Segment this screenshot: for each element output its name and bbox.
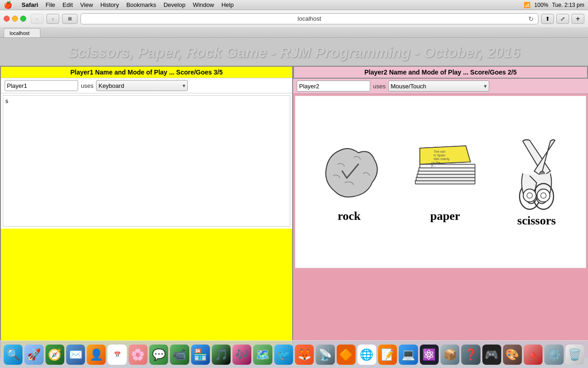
- tabbar: localhost: [0, 27, 588, 37]
- dock-finder[interactable]: 🔍: [4, 345, 23, 365]
- player1-uses-label: uses: [81, 82, 93, 89]
- tab-localhost[interactable]: localhost: [4, 28, 40, 37]
- scissors-label: scissors: [517, 214, 556, 228]
- rock-label: rock: [338, 209, 361, 223]
- menu-window[interactable]: Window: [193, 1, 214, 8]
- battery-indicator: 100%: [534, 2, 548, 8]
- dock-appstore[interactable]: 🏪: [191, 345, 210, 365]
- svg-text:in Spain: in Spain: [434, 154, 445, 157]
- svg-point-18: [537, 189, 550, 202]
- player2-name-input[interactable]: [297, 80, 370, 92]
- game-area: Β ś š 1 2 3 Player1 Name and Mode of Pla…: [0, 66, 588, 358]
- svg-text:The rain: The rain: [434, 150, 446, 153]
- menu-develop[interactable]: Develop: [164, 1, 186, 8]
- rock-icon: [317, 141, 381, 206]
- svg-point-16: [523, 189, 536, 202]
- maximize-button[interactable]: [20, 16, 26, 22]
- dock-trash[interactable]: 🗑️: [565, 345, 584, 365]
- dock-contacts[interactable]: 👤: [87, 345, 106, 365]
- dock-chrome[interactable]: 🌐: [357, 345, 376, 365]
- clock: Tue. 2:13 pm: [552, 2, 584, 8]
- dock-filezilla[interactable]: 📡: [316, 345, 334, 365]
- zoom-button[interactable]: ⤢: [556, 14, 569, 24]
- right-panel: Player2 Name and Mode of Play ... Score/…: [293, 66, 588, 358]
- dock-facetime[interactable]: 📹: [170, 345, 189, 365]
- paper-icon: The rain in Spain falls mainly on the p.…: [406, 141, 484, 206]
- dock-messages[interactable]: 💬: [149, 345, 168, 365]
- dock-vlc[interactable]: 🔶: [337, 345, 356, 365]
- share-button[interactable]: ⬆: [541, 14, 554, 24]
- menubar: 🍎 Safari File Edit View History Bookmark…: [0, 0, 588, 10]
- player1-mode-wrapper: Keyboard Mouse/Touch ▼: [96, 80, 188, 91]
- player1-game-textarea[interactable]: s: [3, 95, 290, 227]
- new-tab-button[interactable]: +: [571, 14, 584, 24]
- paper-label: paper: [430, 209, 460, 223]
- dock-sublime[interactable]: 📝: [378, 345, 397, 365]
- dock-twitter[interactable]: 🐦: [274, 345, 293, 365]
- dock-safari[interactable]: 🧭: [45, 345, 64, 365]
- traffic-lights: [4, 16, 26, 22]
- dock-unity[interactable]: 🎮: [482, 345, 501, 365]
- page: Scissors, Paper, Rock Game - RJM Program…: [0, 38, 588, 358]
- svg-rect-5: [420, 164, 475, 168]
- dock-atom[interactable]: ⚛️: [420, 345, 439, 365]
- dock-calendar[interactable]: 📅: [107, 345, 126, 365]
- toolbar: ‹ › ⊞ localhost ↻ ⬆ ⤢ +: [0, 10, 588, 27]
- apple-menu[interactable]: 🍎: [4, 1, 12, 9]
- player2-uses-label: uses: [373, 83, 385, 90]
- browser-chrome: ‹ › ⊞ localhost ↻ ⬆ ⤢ + localhost: [0, 10, 588, 38]
- player1-yellow-area: [1, 229, 292, 357]
- dock-maps[interactable]: 🗺️: [253, 345, 272, 365]
- dock-itunes[interactable]: 🎶: [232, 345, 251, 365]
- dock-agisoft[interactable]: 🔺: [524, 345, 543, 365]
- svg-text:p...: p...: [431, 164, 436, 167]
- reload-button[interactable]: ↻: [526, 14, 536, 24]
- page-title: Scissors, Paper, Rock Game - RJM Program…: [0, 38, 588, 66]
- menu-history[interactable]: History: [100, 1, 119, 8]
- menu-edit[interactable]: Edit: [62, 1, 73, 8]
- menu-safari[interactable]: Safari: [22, 1, 38, 8]
- dock-firefox[interactable]: 🦊: [295, 345, 314, 365]
- player1-mode-select[interactable]: Keyboard Mouse/Touch: [96, 80, 188, 91]
- player2-mode-select[interactable]: Keyboard Mouse/Touch: [388, 80, 489, 92]
- close-button[interactable]: [4, 16, 10, 22]
- dock-virtualbox[interactable]: 📦: [441, 345, 459, 365]
- player2-game-area: rock T: [295, 96, 586, 268]
- forward-button[interactable]: ›: [46, 14, 59, 24]
- player1-header: Player1 Name and Mode of Play ... Score/…: [1, 67, 292, 78]
- dock-photos[interactable]: 🌸: [129, 345, 147, 365]
- dock-help[interactable]: ❓: [461, 345, 480, 365]
- minimize-button[interactable]: [12, 16, 18, 22]
- player1-name-input[interactable]: [5, 80, 78, 91]
- scissors-choice[interactable]: scissors: [509, 137, 564, 228]
- dock-spotify[interactable]: 🎵: [212, 345, 231, 365]
- back-button[interactable]: ‹: [31, 14, 44, 24]
- paper-choice[interactable]: The rain in Spain falls mainly on the p.…: [406, 141, 484, 223]
- address-bar[interactable]: localhost ↻: [80, 13, 538, 24]
- menu-help[interactable]: Help: [221, 1, 234, 8]
- player2-header: Player2 Name and Mode of Play ... Score/…: [293, 66, 588, 79]
- player1-input-row: uses Keyboard Mouse/Touch ▼: [1, 78, 292, 93]
- dock-launchpad[interactable]: 🚀: [24, 345, 43, 365]
- svg-text:falls mainly: falls mainly: [434, 157, 450, 161]
- player2-input-row: uses Keyboard Mouse/Touch ▼: [293, 79, 588, 94]
- sidebar-toggle[interactable]: ⊞: [62, 14, 78, 24]
- scissors-icon: [509, 137, 564, 210]
- dock-gimp[interactable]: 🎨: [503, 345, 522, 365]
- left-panel: Player1 Name and Mode of Play ... Score/…: [0, 66, 293, 358]
- menu-bookmarks[interactable]: Bookmarks: [126, 1, 156, 8]
- dock: 🔍 🚀 🧭 ✉️ 👤 📅 🌸 💬 📹 🏪 🎵 🎶 🗺️ 🐦 🦊 📡 🔶 🌐 📝 …: [0, 340, 588, 368]
- player2-mode-wrapper: Keyboard Mouse/Touch ▼: [388, 80, 489, 92]
- menu-view[interactable]: View: [80, 1, 93, 8]
- dock-mail[interactable]: ✉️: [66, 345, 85, 365]
- menubar-right: 📶 100% Tue. 2:13 pm: [524, 2, 584, 8]
- url-text: localhost: [298, 15, 321, 22]
- dock-vscode[interactable]: 💻: [399, 345, 418, 365]
- menu-file[interactable]: File: [45, 1, 55, 8]
- dock-syspreferences[interactable]: ⚙️: [544, 345, 563, 365]
- rock-choice[interactable]: rock: [317, 141, 381, 223]
- wifi-icon: 📶: [524, 2, 531, 8]
- toolbar-right: ⬆ ⤢ +: [541, 14, 584, 24]
